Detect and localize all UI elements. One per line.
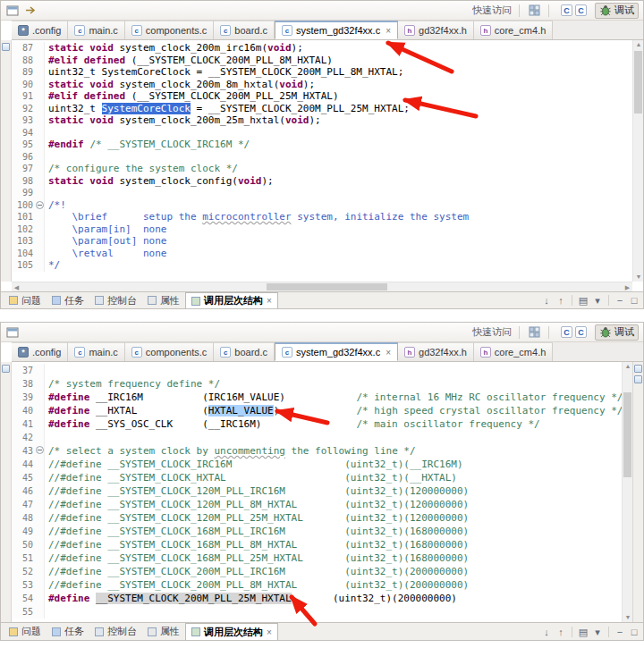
horizontal-scrollbar[interactable]: ◀ ▶ (12, 282, 632, 291)
c-cpp-perspective-button[interactable]: C C (556, 324, 591, 341)
view-tab-label: 控制台 (107, 294, 137, 307)
editor-tab-gd32f4xx-h[interactable]: hgd32f4xx.h (398, 342, 474, 361)
layout-icon[interactable]: ▤ (577, 294, 589, 307)
debug-perspective-button[interactable]: 调试 (595, 324, 639, 341)
editor-tab-config[interactable]: *.config (12, 21, 68, 39)
code-token: the following line */ (285, 445, 416, 457)
line-number: 42 (12, 431, 35, 444)
forward-nav-icon[interactable] (23, 4, 38, 18)
fold-bar (35, 391, 45, 404)
view-tab-properties[interactable]: 属性 (142, 623, 185, 640)
editor-tab-system-gd32f4xx-c[interactable]: csystem_gd32f4xx.c× (275, 21, 398, 39)
tab-label: gd32f4xx.h (419, 347, 467, 358)
c-cpp-perspective-button[interactable]: C C (556, 3, 591, 19)
problems-icon (9, 296, 18, 305)
c-file-icon: c (220, 347, 231, 358)
editor-tab-components-c[interactable]: ccomponents.c (125, 21, 214, 39)
code-token: ); (292, 42, 303, 54)
line-number: 96 (12, 151, 35, 164)
code-token: /*! (48, 199, 66, 211)
next-element-icon[interactable]: ↓ (540, 294, 553, 307)
layout-icon[interactable]: ▤ (577, 626, 589, 638)
scroll-down-icon[interactable]: ▼ (633, 273, 644, 282)
fold-collapse-icon[interactable] (36, 201, 44, 209)
config-file-icon: * (18, 347, 29, 358)
scroll-up-icon[interactable]: ▲ (633, 40, 644, 49)
code-token: static void (48, 175, 114, 187)
restore-view-icon[interactable] (2, 365, 10, 373)
previous-element-icon[interactable]: ↑ (555, 626, 567, 638)
minimized-view-bar-left (1, 40, 12, 282)
vertical-scrollbar-thumb[interactable] (634, 51, 642, 114)
debug-perspective-button[interactable]: 调试 (595, 3, 639, 19)
restore-outline-view-icon[interactable] (634, 365, 642, 373)
outline-view-icon[interactable] (634, 375, 642, 383)
fold-bar (35, 103, 45, 115)
view-menu-icon[interactable]: ▾ (591, 294, 604, 307)
editor-tab-main-c[interactable]: cmain.c (68, 342, 124, 361)
next-element-icon[interactable]: ↓ (540, 626, 553, 638)
code-editor[interactable]: 3738/* system frequency define */39#defi… (12, 362, 622, 622)
editor-tab-board-c[interactable]: cboard.c (214, 21, 275, 39)
code-token: //#define __SYSTEM_CLOCK_200M_PLL_IRC16M… (48, 566, 469, 577)
code-text: \param[in] none (45, 223, 166, 236)
editor-tab-system-gd32f4xx-c[interactable]: csystem_gd32f4xx.c× (275, 342, 398, 361)
code-token: //#define __SYSTEM_CLOCK_168M_PLL_25M_HX… (48, 552, 469, 564)
code-line-100: 100/*! (12, 199, 632, 212)
horizontal-scrollbar-thumb[interactable] (267, 283, 387, 290)
editor-tab-main-c[interactable]: cmain.c (68, 21, 124, 39)
open-perspective-icon[interactable] (527, 4, 541, 18)
view-tab-problems[interactable]: 问题 (4, 292, 47, 308)
view-tab-console[interactable]: 控制台 (89, 623, 142, 640)
tab-close-icon[interactable]: × (386, 348, 391, 358)
editor-tab-config[interactable]: *.config (12, 342, 68, 361)
code-line-47: 47//#define __SYSTEM_CLOCK_120M_PLL_8M_H… (12, 498, 622, 511)
vertical-scrollbar[interactable]: ▲ ▼ (622, 362, 632, 622)
separator (608, 627, 609, 637)
editor-tab-gd32f4xx-h[interactable]: hgd32f4xx.h (398, 21, 474, 39)
code-line-50: 50//#define __SYSTEM_CLOCK_168M_PLL_8M_H… (12, 538, 622, 551)
editor-tab-components-c[interactable]: ccomponents.c (125, 342, 214, 361)
view-tab-properties[interactable]: 属性 (142, 292, 185, 308)
editor-tab-core-cm4-h[interactable]: hcore_cm4.h (474, 342, 553, 361)
editor-tab-core-cm4-h[interactable]: hcore_cm4.h (474, 21, 553, 39)
maximize-icon[interactable]: □ (628, 294, 640, 307)
tasks-icon (52, 627, 61, 636)
view-toolbar: ↓↑▤▾−□ (540, 294, 640, 307)
code-token: void (285, 114, 309, 126)
fold-collapse-icon[interactable] (36, 446, 44, 454)
code-token: __IRC16M (IRC16M_VALUE) (89, 391, 356, 403)
properties-icon (148, 627, 157, 636)
view-close-icon[interactable]: × (267, 296, 272, 306)
open-perspective-icon[interactable] (527, 325, 541, 340)
minimize-icon[interactable]: − (614, 294, 626, 307)
vertical-scrollbar-thumb[interactable] (623, 392, 631, 477)
window-icon[interactable] (5, 325, 20, 340)
view-tab-call-hierarchy[interactable]: 调用层次结构× (185, 292, 278, 308)
fold-bar (35, 592, 45, 605)
minimize-icon[interactable]: − (614, 626, 626, 638)
window-icon[interactable] (5, 4, 20, 18)
editor-tab-board-c[interactable]: cboard.c (214, 342, 275, 361)
previous-element-icon[interactable]: ↑ (555, 294, 567, 307)
code-text (45, 127, 48, 139)
view-tab-tasks[interactable]: 任务 (47, 292, 89, 308)
restore-view-icon[interactable] (2, 43, 10, 51)
view-tab-console[interactable]: 控制台 (89, 292, 142, 308)
quick-access-link[interactable]: 快速访问 (472, 325, 512, 339)
view-tab-call-hierarchy[interactable]: 调用层次结构× (185, 623, 278, 640)
tab-close-icon[interactable]: × (386, 26, 391, 36)
tab-label: system_gd32f4xx.c (296, 347, 380, 358)
view-menu-icon[interactable]: ▾ (591, 626, 604, 638)
view-tab-tasks[interactable]: 任务 (47, 623, 89, 640)
maximize-icon[interactable]: □ (628, 626, 640, 638)
code-editor[interactable]: 87static void system_clock_200m_irc16m(v… (12, 40, 632, 282)
tab-label: core_cm4.h (495, 25, 546, 36)
view-tab-problems[interactable]: 问题 (4, 623, 47, 640)
code-text: static void system_clock_config(void); (45, 175, 274, 188)
view-close-icon[interactable]: × (267, 627, 272, 637)
cpp-perspective-icon: C (575, 326, 587, 338)
quick-access-link[interactable]: 快速访问 (472, 4, 512, 17)
vertical-scrollbar[interactable]: ▲ ▼ (632, 40, 643, 282)
c-perspective-icon: C (561, 4, 572, 16)
